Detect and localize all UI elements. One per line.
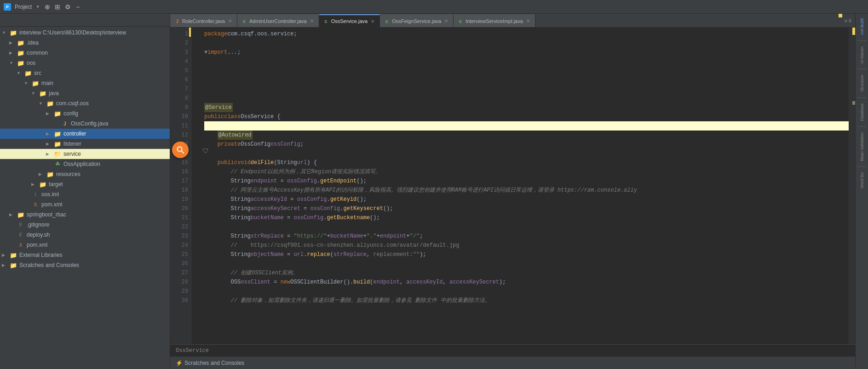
tree-icon-16: I bbox=[31, 192, 40, 197]
tree-item-10[interactable]: ▶📁controller bbox=[0, 129, 170, 139]
code-line-19: String accessKeyId = ossConfig.getKeyid(… bbox=[204, 195, 849, 204]
tree-icon-5: 📁 bbox=[31, 80, 40, 87]
tab-admin-label: AdminUserController.java bbox=[249, 18, 307, 24]
line-num-2: 2 bbox=[170, 39, 191, 48]
code-line-22 bbox=[204, 222, 849, 232]
tree-item-16[interactable]: Ioos.iml bbox=[0, 189, 170, 199]
tree-arrow-22: ▶ bbox=[2, 253, 9, 257]
code-line-6 bbox=[204, 75, 849, 85]
tree-label-20: deploy.sh bbox=[27, 232, 50, 238]
tab-role-close[interactable]: ✕ bbox=[227, 18, 233, 24]
code-line-16: // Endpoint以杭州为例，其它Region请按实际情况填写。 bbox=[204, 167, 849, 176]
tab-feign-close[interactable]: ✕ bbox=[443, 18, 449, 24]
code-line-15: public void delFile(String url) { bbox=[204, 158, 849, 167]
tree-item-2[interactable]: ▶📁common bbox=[0, 48, 170, 58]
tree-item-15[interactable]: ▶📁target bbox=[0, 179, 170, 189]
tree-item-9[interactable]: JOssConfig.java bbox=[0, 119, 170, 129]
tree-icon-1: 📁 bbox=[17, 40, 25, 46]
tree-item-1[interactable]: ▶📁.idea bbox=[0, 38, 170, 48]
tree-item-7[interactable]: ▼📁com.csqf.oos bbox=[0, 98, 170, 108]
scratches-tab[interactable]: ⚡ Scratches and Consoles bbox=[172, 357, 248, 369]
line-num-21: 21 bbox=[170, 213, 191, 222]
search-fab[interactable] bbox=[172, 142, 189, 158]
line-num-19: 19 bbox=[170, 195, 191, 204]
layout-icon[interactable]: ⊞ bbox=[54, 3, 61, 11]
line-num-27: 27 bbox=[170, 268, 191, 278]
bottom-panel: OssService bbox=[170, 344, 855, 356]
tab-role[interactable]: J RoleController.java ✕ bbox=[170, 14, 237, 27]
tree-item-8[interactable]: ▶📁config bbox=[0, 108, 170, 119]
tree-icon-2: 📁 bbox=[17, 50, 25, 57]
code-line-26 bbox=[204, 259, 849, 268]
line-num-1: 1 bbox=[170, 29, 191, 39]
tab-interview-close[interactable]: ✕ bbox=[525, 18, 531, 24]
tree-arrow-8: ▶ bbox=[46, 111, 53, 116]
tree-label-23: Scratches and Consoles bbox=[19, 262, 79, 268]
tree-icon-11: 📁 bbox=[53, 141, 62, 148]
tree-label-12: service bbox=[63, 151, 81, 157]
line-num-29: 29 bbox=[170, 287, 191, 296]
tab-oss-close[interactable]: ✕ bbox=[369, 18, 376, 24]
tree-item-19[interactable]: F.gitignore bbox=[0, 220, 170, 230]
tree-icon-9: J bbox=[61, 121, 69, 126]
tree-item-14[interactable]: ▶📁resources bbox=[0, 169, 170, 179]
settings-icon[interactable]: ⚙ bbox=[64, 3, 71, 11]
tree-icon-20: F bbox=[17, 233, 25, 238]
tree-item-18[interactable]: ▶📁springboot_rbac bbox=[0, 210, 170, 220]
tree-item-11[interactable]: ▶📁listener bbox=[0, 139, 170, 149]
tree-item-6[interactable]: ▼📁java bbox=[0, 88, 170, 98]
tree-arrow-4: ▼ bbox=[17, 71, 24, 75]
code-line-10: public class OssService { bbox=[204, 112, 849, 121]
tab-admin[interactable]: c AdminUserController.java ✕ bbox=[237, 14, 319, 27]
tree-item-20[interactable]: Fdeploy.sh bbox=[0, 230, 170, 240]
tree-label-7: com.csqf.oos bbox=[56, 100, 89, 107]
tab-admin-close[interactable]: ✕ bbox=[309, 18, 315, 24]
tab-interview[interactable]: c InterviewServiceImpl.java ✕ bbox=[454, 14, 535, 27]
code-line-12: @Autowired bbox=[204, 131, 849, 140]
tree-icon-23: 📁 bbox=[9, 262, 17, 269]
tab-oss[interactable]: c OssService.java ✕ bbox=[319, 14, 380, 27]
tab-more[interactable]: ≡ 6 bbox=[840, 14, 855, 27]
line-num-26: 26 bbox=[170, 259, 191, 268]
code-line-29 bbox=[204, 287, 849, 296]
right-tool-maven[interactable]: m Maven bbox=[857, 44, 868, 66]
tree-icon-10: 📁 bbox=[53, 131, 62, 137]
right-tool-database[interactable]: Database bbox=[857, 101, 868, 124]
tree-icon-8: 📁 bbox=[53, 110, 62, 117]
tree-icon-0: 📁 bbox=[9, 29, 17, 36]
tree-item-0[interactable]: ▼📁interview C:\Users\86130\Desktop\inter… bbox=[0, 28, 170, 38]
tree-item-22[interactable]: ▶📁External Libraries bbox=[0, 250, 170, 260]
tree-icon-3: 📁 bbox=[17, 60, 25, 67]
dropdown-arrow[interactable]: ▼ bbox=[35, 4, 40, 9]
right-tool-ant-build[interactable]: Ant Build bbox=[857, 16, 868, 38]
tree-item-5[interactable]: ▼📁main bbox=[0, 78, 170, 88]
right-tool-bean[interactable]: Bean Validation bbox=[857, 130, 868, 164]
code-line-14 bbox=[204, 149, 849, 158]
tree-item-3[interactable]: ▼📁oos bbox=[0, 58, 170, 68]
tree-item-21[interactable]: Xpom.xml bbox=[0, 240, 170, 250]
compass-icon[interactable]: ⊕ bbox=[44, 3, 51, 11]
minimize-icon[interactable]: − bbox=[74, 3, 81, 11]
tree-label-6: java bbox=[49, 90, 59, 97]
tree-label-9: OssConfig.java bbox=[71, 120, 108, 127]
code-line-21: String bucketName = ossConfig.getBucketn… bbox=[204, 213, 849, 222]
code-line-5 bbox=[204, 66, 849, 75]
java-c-icon-interview: c bbox=[457, 18, 464, 24]
tree-item-4[interactable]: ▼📁src bbox=[0, 68, 170, 78]
code-line-23: String strReplace = "https://"+bucketNam… bbox=[204, 232, 849, 241]
code-line-2 bbox=[204, 39, 849, 48]
right-tool-structure[interactable]: Structure bbox=[857, 72, 868, 95]
right-tool-word[interactable]: Word Bo bbox=[857, 170, 868, 191]
line-num-9: 9 bbox=[170, 103, 191, 112]
tree-item-17[interactable]: Xpom.xml bbox=[0, 199, 170, 210]
current-file-label: OssService bbox=[176, 347, 209, 354]
code-line-18: // 阿里云主账号AccessKey拥有所有API的访问权限，风险很高。强烈建议… bbox=[204, 186, 849, 195]
tree-item-13[interactable]: ☘OssApplication bbox=[0, 159, 170, 169]
tab-feign[interactable]: c OssFeignService.java ✕ bbox=[380, 14, 454, 27]
code-line-11 bbox=[204, 121, 849, 131]
tree-container[interactable]: ▼📁interview C:\Users\86130\Desktop\inter… bbox=[0, 27, 170, 369]
code-line-4 bbox=[204, 57, 849, 66]
tree-item-12[interactable]: ▶📁service bbox=[0, 149, 170, 159]
code-editor[interactable]: package com.csqf.oos.service;▼ import ..… bbox=[201, 28, 849, 344]
tree-item-23[interactable]: ▶📁Scratches and Consoles bbox=[0, 260, 170, 270]
